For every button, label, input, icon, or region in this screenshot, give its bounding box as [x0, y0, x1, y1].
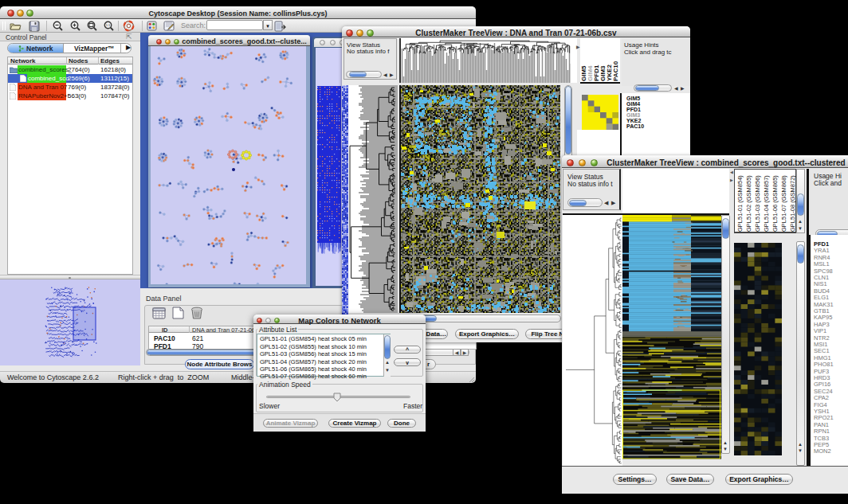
svg-text:1:1: 1:1	[106, 23, 111, 27]
svg-text:PAC10: PAC10	[612, 61, 619, 81]
svg-text:GPL51-06 (GSM865): GPL51-06 (GSM865)	[771, 175, 779, 232]
svg-text:GPL51-07 (GSM868): GPL51-07 (GSM868)	[780, 175, 787, 232]
svg-text:GPL51-04 (GSM857): GPL51-04 (GSM857)	[763, 175, 770, 232]
svg-text:GPL51-08 (GSM872): GPL51-08 (GSM872)	[789, 175, 796, 232]
svg-text:GPL51-01 (GSM854): GPL51-01 (GSM854)	[736, 175, 744, 232]
svg-text:GPL51-03 (GSM856): GPL51-03 (GSM856)	[754, 175, 761, 232]
svg-text:MON2: MON2	[814, 447, 831, 455]
svg-text:GPL51-02 (GSM855): GPL51-02 (GSM855)	[745, 175, 752, 232]
